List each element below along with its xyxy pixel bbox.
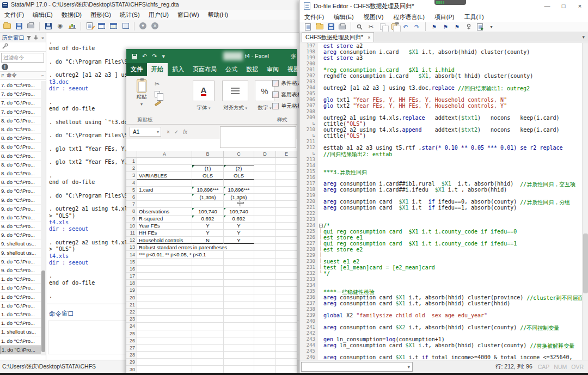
code-line[interactable]: 210outreg2 a2 using t4.xls,append addtex… (299, 127, 582, 133)
excel-tab-插入[interactable]: 插入 (168, 63, 188, 76)
cell-A18[interactable] (137, 280, 192, 287)
row-header-4[interactable]: 4 (126, 180, 137, 187)
cell-D20[interactable] (254, 294, 276, 302)
code-line[interactable]: 208 (299, 109, 582, 115)
row-header-15[interactable]: 15 (126, 259, 137, 266)
undo-icon[interactable]: ↶ (401, 23, 409, 30)
cell-C12[interactable]: Y (224, 237, 254, 244)
cell-E3[interactable] (276, 172, 297, 179)
row-header-25[interactable]: 25 (126, 330, 137, 337)
cell-E26[interactable] (276, 337, 297, 345)
code-line[interactable]: 241areg consumption card $X2 i.t, absorb… (299, 324, 582, 330)
results-link[interactable]: dir : seeout (49, 85, 88, 91)
cell-E10[interactable] (276, 223, 297, 230)
code-line[interactable]: 243gen ln_consumption=log(consumption+1) (299, 336, 582, 342)
code-line[interactable]: 212esttab a1 a2 a3 using t5.rtf ,star(* … (299, 145, 582, 151)
cell-D9[interactable] (254, 216, 276, 223)
cell-D10[interactable] (254, 223, 276, 230)
cell-C29[interactable] (224, 359, 254, 366)
table-icon[interactable] (97, 22, 106, 30)
filter-funnel-icon[interactable] (26, 35, 32, 41)
open-icon[interactable] (2, 22, 11, 30)
results-link[interactable]: t4.xls (49, 253, 69, 259)
code-line[interactable]: 207glo txt2 "Year FEs, Y, HH FEs, Y, Hou… (299, 103, 582, 109)
cell-E12[interactable] (276, 237, 297, 244)
stata-menu-item[interactable]: 用户(U) (144, 11, 173, 19)
minimize-button[interactable]: — (539, 0, 555, 12)
close-button[interactable]: × (572, 0, 588, 12)
cell-E19[interactable] (276, 287, 297, 294)
code-line[interactable]: 245 (299, 348, 582, 354)
cell-B25[interactable] (192, 330, 224, 337)
save-icon[interactable] (327, 23, 335, 30)
code-line[interactable]: 204outreg2 [a1 a2 a3 ] using t3.doc,repl… (299, 85, 582, 91)
cell-E25[interactable] (276, 330, 297, 337)
cell-A16[interactable] (137, 266, 192, 273)
print-icon[interactable] (26, 22, 35, 30)
excel-tab-开始[interactable]: 开始 (147, 63, 168, 76)
row-header-13[interactable]: 13 (126, 244, 137, 251)
cell-D16[interactable] (254, 266, 276, 273)
editor-scrollbar-thumb[interactable] (583, 233, 588, 293)
history-row[interactable]: 1. do "C:\Pro... (0, 346, 41, 354)
code-line[interactable]: 197est store a2 (299, 43, 582, 49)
cell-E14[interactable] (276, 251, 297, 258)
cell-C24[interactable] (224, 323, 254, 330)
row-header-10[interactable]: 10 (126, 223, 137, 230)
graph-icon[interactable] (68, 22, 77, 30)
cell-C8[interactable]: 109,740 (224, 208, 254, 215)
history-row[interactable]: 7. do "C:\Pro... (0, 81, 41, 90)
row-header-17[interactable]: 17 (126, 273, 137, 280)
history-scrollbar-thumb[interactable] (41, 271, 45, 352)
bookmark-next-icon[interactable]: ⚑ (453, 23, 461, 30)
history-row[interactable]: 1. do "C:\Pro... (0, 310, 41, 319)
dofile-tab[interactable]: CHFS数据处理及回归* × (302, 32, 374, 42)
cell-E17[interactable] (276, 273, 297, 280)
cell-C11[interactable]: Y (224, 230, 254, 237)
maximize-button[interactable]: □ (555, 0, 572, 12)
column-header-B[interactable]: B (192, 151, 224, 158)
cell-C18[interactable] (224, 280, 254, 287)
cell-C10[interactable]: Y (224, 223, 254, 230)
history-row[interactable]: 9. do "C:\Pro... (0, 257, 41, 266)
cell-D21[interactable] (254, 302, 276, 309)
cell-B2[interactable]: (1) (192, 165, 224, 172)
code-line[interactable]: 234 (299, 282, 582, 288)
history-row[interactable]: 8. do "C:\Pro... (0, 143, 41, 151)
cell-C20[interactable] (224, 294, 254, 302)
editor-scrollbar[interactable] (582, 43, 588, 360)
code-line[interactable]: 226│est store e1 (299, 235, 582, 241)
row-header-30[interactable]: 30 (126, 366, 137, 373)
calculator-icon[interactable] (121, 22, 130, 30)
row-header-3[interactable]: 3 (126, 172, 137, 179)
code-line[interactable]: 222 (299, 211, 582, 217)
column-header-E[interactable]: E (276, 151, 297, 158)
cell-D11[interactable] (254, 230, 276, 237)
code-line[interactable]: 217areg consumption i.card##ib1.rural $X… (299, 181, 582, 187)
row-header-26[interactable]: 26 (126, 337, 137, 345)
history-row[interactable]: 8. do "C:\Pro... (0, 125, 41, 134)
cell-D13[interactable] (254, 244, 276, 251)
code-line[interactable]: 242 (299, 330, 582, 336)
row-header-6[interactable]: 6 (126, 194, 137, 201)
excel-redo-icon[interactable]: ↷ (152, 53, 157, 60)
editor-menu-item[interactable]: 程序语言(L) (388, 13, 429, 21)
cell-E24[interactable] (276, 323, 297, 330)
cell-C16[interactable] (224, 266, 254, 273)
cell-D26[interactable] (254, 337, 276, 345)
code-line[interactable]: ↳ctitle("OLS") (299, 121, 582, 127)
code-line[interactable]: 235****一些稳健性检验 (299, 288, 582, 294)
history-row[interactable]: 9. do "C:\Pro... (0, 266, 41, 275)
code-line[interactable]: 209outreg2 a1 using t4.xls,replace addte… (299, 115, 582, 121)
cell-B19[interactable] (192, 287, 224, 294)
excel-sheet[interactable]: ABCDE12(1)(2)3VARIABLESOLSOLS451.card10,… (126, 151, 297, 375)
excel-touch-mode-icon[interactable]: ▾ (162, 53, 165, 60)
tab-close-icon[interactable]: × (367, 35, 370, 40)
cell-B23[interactable] (192, 316, 224, 323)
cell-C23[interactable] (224, 316, 254, 323)
cell-A21[interactable] (137, 302, 192, 309)
cell-C26[interactable] (224, 337, 254, 345)
cell-D27[interactable] (254, 345, 276, 352)
cell-A30[interactable] (137, 366, 192, 373)
row-header-14[interactable]: 14 (126, 251, 137, 258)
